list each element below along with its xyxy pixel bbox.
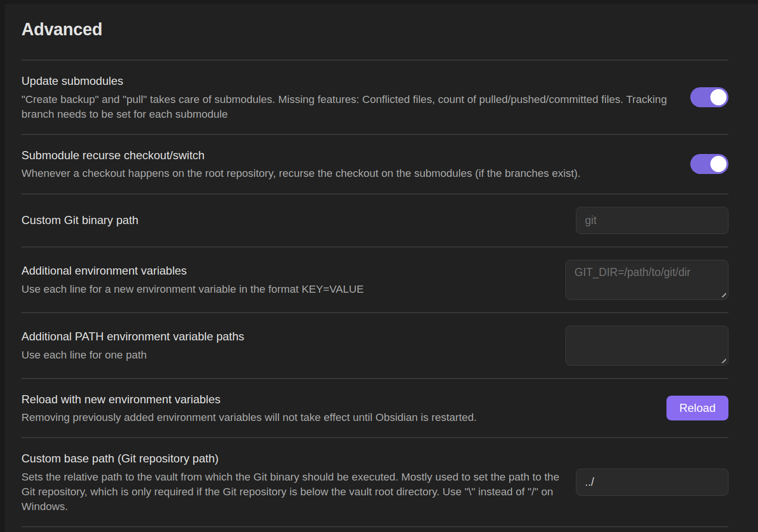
setting-control [565,326,728,366]
text-input[interactable] [576,469,728,496]
setting-description: Removing previously added environment va… [21,410,655,425]
toggle-knob [710,156,727,172]
setting-row: Reload with new environment variablesRem… [21,378,728,438]
setting-control [565,260,728,300]
setting-name: Submodule recurse checkout/switch [21,147,679,164]
setting-description: Sets the relative path to the vault from… [21,470,564,514]
setting-description: Use each line for a new environment vari… [21,282,554,297]
setting-info: Additional PATH environment variable pat… [21,328,554,362]
setting-description: Use each line for one path [21,348,554,362]
setting-info: Custom base path (Git repository path)Se… [21,450,564,514]
toggle-knob [710,89,727,105]
setting-name: Custom base path (Git repository path) [21,450,564,467]
settings-list: Update submodules"Create backup" and "pu… [21,60,728,527]
toggle[interactable] [690,87,728,107]
setting-info: Custom Git binary path [21,212,564,228]
setting-info: Additional environment variablesUse each… [21,263,554,297]
setting-control: Reload [666,396,728,420]
setting-row: Submodule recurse checkout/switchWheneve… [21,134,728,194]
textarea-input[interactable] [565,326,728,366]
setting-row: Update submodules"Create backup" and "pu… [21,60,728,134]
setting-name: Additional PATH environment variable pat… [21,328,554,345]
textarea-input[interactable] [565,260,728,300]
textarea-wrap [565,326,728,366]
setting-control [690,154,728,174]
setting-info: Submodule recurse checkout/switchWheneve… [21,147,679,181]
setting-description: "Create backup" and "pull" takes care of… [21,92,679,122]
setting-row: Additional PATH environment variable pat… [21,312,728,378]
setting-row: Custom base path (Git repository path)Se… [21,437,728,527]
textarea-wrap [565,260,728,300]
setting-name: Custom Git binary path [21,212,564,228]
setting-control [576,469,728,496]
setting-info: Update submodules"Create backup" and "pu… [21,73,679,122]
text-input[interactable] [576,207,728,234]
setting-name: Additional environment variables [21,263,554,279]
setting-row: Custom Git binary path [21,194,728,246]
setting-info: Reload with new environment variablesRem… [21,391,655,425]
setting-control [576,207,728,234]
setting-name: Reload with new environment variables [21,391,655,408]
setting-description: Whenever a checkout happens on the root … [21,166,679,181]
settings-pane: Advanced Update submodules"Create backup… [0,0,758,527]
reload-button[interactable]: Reload [666,396,728,420]
setting-name: Update submodules [21,73,679,89]
setting-control [690,87,728,107]
setting-row: Additional environment variablesUse each… [21,246,728,312]
toggle[interactable] [690,154,728,174]
page-title: Advanced [21,19,728,40]
